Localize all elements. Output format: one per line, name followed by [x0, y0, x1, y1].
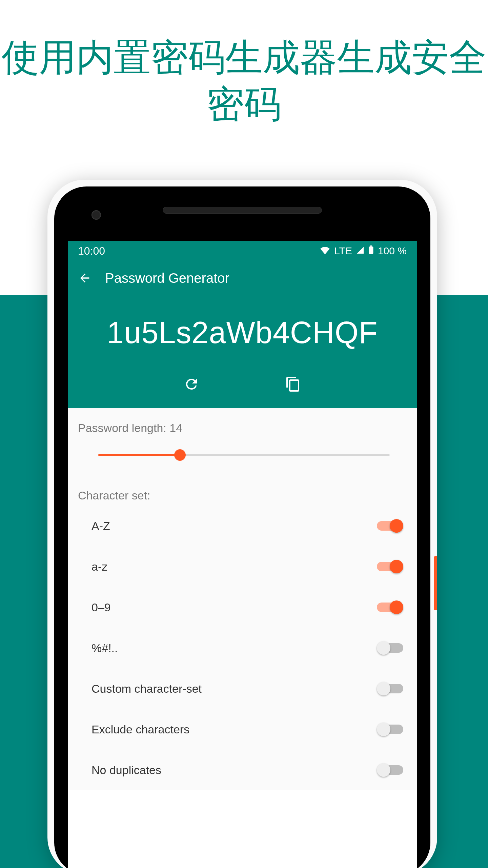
charset-option-toggle[interactable] [377, 519, 403, 533]
status-right: LTE 100 % [320, 245, 407, 257]
switch-knob-icon [377, 641, 390, 655]
network-label: LTE [334, 245, 352, 257]
charset-option-label: A-Z [92, 519, 110, 533]
battery-text: 100 % [378, 245, 407, 257]
slider-thumb-icon [174, 449, 186, 461]
charset-option-label: %#!.. [92, 642, 118, 655]
refresh-icon [183, 376, 200, 392]
device-power-button-accent [434, 556, 437, 610]
switch-knob-icon [377, 723, 390, 736]
app-bar: Password Generator [68, 261, 417, 295]
charset-option-label: a-z [92, 560, 107, 573]
back-button[interactable] [78, 271, 92, 285]
password-display-area: 1u5Ls2aWb4CHQF [68, 295, 417, 408]
password-length-value: 14 [169, 421, 182, 434]
device-frame: 10:00 LTE 100 % [54, 186, 430, 868]
charset-option-row: %#!.. [78, 628, 407, 668]
arrow-left-icon [78, 271, 92, 285]
character-set-label: Character set: [78, 489, 407, 502]
charset-option-row: Custom character-set [78, 668, 407, 709]
switch-knob-icon [377, 763, 390, 777]
page-title: Password Generator [105, 271, 229, 286]
charset-option-toggle[interactable] [377, 641, 403, 655]
svg-rect-0 [369, 246, 373, 254]
charset-option-toggle[interactable] [377, 560, 403, 573]
charset-option-row: Exclude characters [78, 709, 407, 750]
charset-option-toggle[interactable] [377, 682, 403, 695]
charset-option-row: a-z [78, 546, 407, 587]
switch-knob-icon [390, 600, 403, 614]
charset-option-label: Custom character-set [92, 682, 202, 695]
signal-icon [356, 245, 364, 257]
svg-rect-1 [370, 245, 372, 246]
slider-track-fill [98, 454, 180, 456]
promo-headline: 使用内置密码生成器生成安全密码 [0, 34, 488, 127]
screen: 10:00 LTE 100 % [68, 241, 417, 868]
charset-option-row: A-Z [78, 506, 407, 546]
length-slider[interactable] [98, 448, 390, 462]
regenerate-button[interactable] [181, 374, 202, 394]
switch-knob-icon [377, 682, 390, 695]
charset-option-label: Exclude characters [92, 723, 189, 736]
status-bar: 10:00 LTE 100 % [68, 241, 417, 261]
wifi-icon [320, 245, 330, 257]
length-slider-wrap [78, 438, 407, 465]
charset-option-label: 0–9 [92, 601, 111, 614]
password-length-label: Password length: 14 [78, 421, 182, 434]
device-speaker [163, 207, 322, 214]
settings-content: Password length: 14 Character set: A-Za-… [68, 408, 417, 790]
charset-option-toggle[interactable] [377, 763, 403, 777]
character-set-options: A-Za-z0–9%#!..Custom character-setExclud… [78, 506, 407, 790]
battery-icon [368, 245, 374, 257]
device-camera [92, 210, 101, 220]
switch-knob-icon [390, 560, 403, 573]
switch-knob-icon [390, 519, 403, 533]
password-length-prefix: Password length: [78, 421, 169, 434]
copy-icon [285, 376, 301, 392]
status-time: 10:00 [78, 245, 105, 257]
generated-password: 1u5Ls2aWb4CHQF [75, 315, 410, 350]
charset-option-toggle[interactable] [377, 723, 403, 736]
device-frame-outer: 10:00 LTE 100 % [47, 180, 437, 868]
copy-button[interactable] [283, 374, 303, 394]
charset-option-row: No duplicates [78, 750, 407, 790]
charset-option-row: 0–9 [78, 587, 407, 628]
charset-option-toggle[interactable] [377, 600, 403, 614]
charset-option-label: No duplicates [92, 764, 161, 777]
